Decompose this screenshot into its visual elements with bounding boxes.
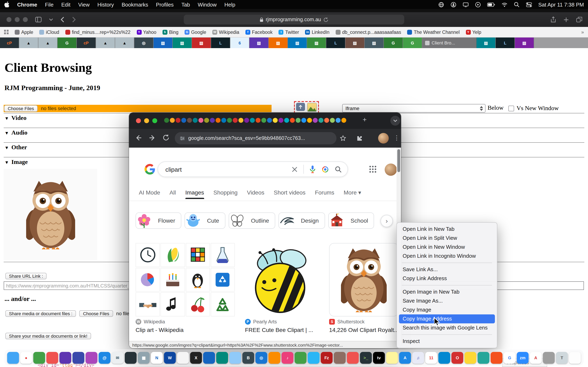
- browser-tab[interactable]: ▤: [288, 38, 307, 48]
- favorite-item[interactable]: db_connect.p...aaasaaafaas: [336, 30, 401, 34]
- browser-tab[interactable]: L: [211, 38, 230, 48]
- google-nav-tab[interactable]: Short videos: [274, 189, 306, 199]
- browser-tab[interactable]: ▤: [307, 38, 326, 48]
- chip-school[interactable]: School: [328, 212, 374, 229]
- dock-icon[interactable]: ♪: [282, 352, 293, 364]
- popup-new-tab-button[interactable]: +: [363, 116, 367, 124]
- result-title[interactable]: 14,226 Owl Clipart Royalt...: [329, 327, 398, 333]
- globe-icon[interactable]: [438, 1, 444, 8]
- popup-tab-favicon[interactable]: [296, 118, 301, 123]
- popup-tab-favicon[interactable]: [319, 118, 323, 123]
- menu-edit[interactable]: Edit: [61, 1, 70, 8]
- popup-tab-favicon[interactable]: [336, 118, 341, 123]
- back-button[interactable]: [61, 16, 65, 23]
- google-lens-icon[interactable]: [321, 165, 329, 173]
- context-menu-item[interactable]: Copy Image: [397, 305, 497, 314]
- menu-app-name[interactable]: Chrome: [17, 1, 37, 8]
- sidebar-toggle-icon[interactable]: [35, 17, 42, 22]
- dock-icon[interactable]: [295, 352, 306, 364]
- extensions-puzzle-icon[interactable]: [356, 135, 363, 142]
- popup-back-icon[interactable]: [135, 134, 142, 142]
- search-icon[interactable]: [335, 166, 342, 173]
- google-nav-tab[interactable]: AI Mode: [139, 189, 160, 199]
- popup-tab-favicon[interactable]: [170, 118, 175, 123]
- dock-icon[interactable]: 11: [425, 352, 437, 364]
- dock-icon[interactable]: A: [530, 352, 542, 364]
- dock-icon[interactable]: @: [99, 352, 111, 364]
- popup-zoom-button[interactable]: [152, 118, 157, 123]
- section-image[interactable]: ▼ Image: [4, 159, 28, 166]
- result-caption[interactable]: PPearly Arts FREE Cute Bee Clipart | ...: [245, 319, 327, 333]
- dock-icon[interactable]: [465, 352, 476, 364]
- favorite-item[interactable]: The Weather Channel: [407, 30, 460, 34]
- section-audio[interactable]: ▼ Audio: [4, 129, 27, 136]
- favorite-item[interactable]: t Twitter: [279, 30, 299, 34]
- context-menu-item[interactable]: Search this image with Google Lens: [397, 323, 497, 332]
- popup-minimize-button[interactable]: [144, 118, 149, 123]
- popup-tab-favicon[interactable]: [341, 118, 346, 123]
- popup-close-button[interactable]: [136, 118, 141, 123]
- dock-icon[interactable]: tv: [373, 352, 385, 364]
- browser-tab[interactable]: ▤: [154, 38, 173, 48]
- reload-icon[interactable]: [323, 17, 328, 22]
- browser-tab[interactable]: 6: [230, 38, 250, 48]
- menu-dots-icon[interactable]: ⋮: [394, 134, 400, 142]
- browser-tab[interactable]: ▲: [96, 38, 115, 48]
- bee-clipart-image[interactable]: [245, 243, 315, 317]
- context-menu-item[interactable]: Copy Image Address: [399, 314, 495, 323]
- control-center-icon[interactable]: [526, 1, 532, 8]
- dock-icon[interactable]: [60, 352, 71, 364]
- google-logo[interactable]: [145, 164, 155, 175]
- section-video[interactable]: ▼ Video: [4, 115, 26, 122]
- google-nav-tab[interactable]: Shopping: [213, 189, 237, 199]
- browser-tab[interactable]: ▤: [365, 38, 384, 48]
- favorite-item[interactable]: Y Yelp: [466, 30, 481, 34]
- dock-icon[interactable]: [33, 352, 45, 364]
- favorite-item[interactable]: in LinkedIn: [305, 30, 329, 34]
- chip-design[interactable]: Design: [278, 212, 325, 229]
- menu-bar-clock[interactable]: Sat Apr 11 7:38 PM: [538, 1, 584, 8]
- favorite-item[interactable]: find_minus....rep+%22s%22: [65, 30, 130, 34]
- dock-icon[interactable]: [46, 352, 58, 364]
- popup-tab-favicon[interactable]: [261, 118, 266, 123]
- browser-tab[interactable]: ▤: [192, 38, 211, 48]
- share-media-files-button[interactable]: Share media or document files :: [5, 310, 76, 317]
- chip-flower[interactable]: Flower: [136, 212, 181, 229]
- upload-icon[interactable]: [296, 103, 305, 111]
- popup-tab-favicon[interactable]: [238, 118, 243, 123]
- context-menu-item[interactable]: Open Link in New Window: [397, 243, 497, 252]
- tab-overview-icon[interactable]: [576, 17, 582, 22]
- favorite-item[interactable]: Apple: [15, 30, 33, 34]
- dock-icon[interactable]: W: [164, 352, 176, 364]
- browser-tab[interactable]: ▤: [173, 38, 192, 48]
- result-title[interactable]: FREE Cute Bee Clipart | ...: [245, 327, 327, 333]
- wifi-icon[interactable]: [502, 1, 508, 8]
- google-search-box[interactable]: clipart: [158, 161, 348, 177]
- popup-tab-favicon[interactable]: [204, 118, 209, 123]
- address-bar[interactable]: rjmprogramming.com.au: [184, 15, 404, 25]
- browser-tab[interactable]: ▲: [115, 38, 134, 48]
- dock-icon[interactable]: A: [399, 352, 411, 364]
- dock-icon[interactable]: [477, 352, 489, 364]
- context-menu-item[interactable]: Open Link in Split View: [397, 234, 497, 243]
- browser-tab[interactable]: ▤: [346, 38, 365, 48]
- user-badge-icon[interactable]: [450, 1, 457, 8]
- favorite-item[interactable]: W Wikipedia: [212, 30, 239, 34]
- browser-tab[interactable]: L: [496, 38, 515, 48]
- google-nav-tab[interactable]: More ▾: [344, 189, 361, 199]
- context-menu-item[interactable]: Save Image As...: [397, 296, 497, 305]
- bookmark-star-icon[interactable]: [340, 135, 346, 142]
- popup-scrollbar-thumb[interactable]: [397, 149, 400, 172]
- clear-search-icon[interactable]: [292, 166, 298, 172]
- google-nav-tab[interactable]: Images: [185, 189, 204, 199]
- result-caption[interactable]: SShutterstock 14,226 Owl Clipart Royalt.…: [329, 319, 398, 333]
- dock-icon[interactable]: ●: [20, 352, 32, 364]
- context-menu-item[interactable]: Inspect: [397, 337, 497, 346]
- site-settings-icon[interactable]: [180, 136, 185, 141]
- context-menu-item[interactable]: [402, 263, 492, 263]
- browser-tab[interactable]: G: [403, 38, 422, 48]
- popup-tab-favicon[interactable]: [267, 118, 272, 123]
- dock-icon[interactable]: [72, 352, 84, 364]
- dock-icon[interactable]: ♫: [412, 352, 424, 364]
- browser-tab[interactable]: ▤: [476, 38, 496, 48]
